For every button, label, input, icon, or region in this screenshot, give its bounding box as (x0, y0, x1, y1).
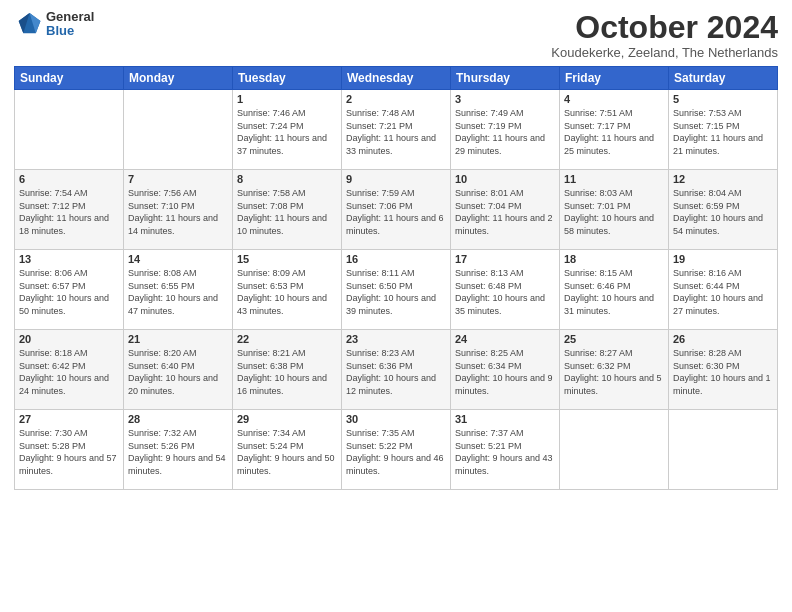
calendar-cell: 25Sunrise: 8:27 AM Sunset: 6:32 PM Dayli… (560, 330, 669, 410)
col-friday: Friday (560, 67, 669, 90)
calendar-cell: 7Sunrise: 7:56 AM Sunset: 7:10 PM Daylig… (124, 170, 233, 250)
logo: General Blue (14, 10, 94, 39)
calendar-cell: 29Sunrise: 7:34 AM Sunset: 5:24 PM Dayli… (233, 410, 342, 490)
day-number: 9 (346, 173, 446, 185)
calendar-cell: 8Sunrise: 7:58 AM Sunset: 7:08 PM Daylig… (233, 170, 342, 250)
day-number: 11 (564, 173, 664, 185)
day-info: Sunrise: 7:35 AM Sunset: 5:22 PM Dayligh… (346, 427, 446, 477)
day-number: 13 (19, 253, 119, 265)
calendar-cell: 27Sunrise: 7:30 AM Sunset: 5:28 PM Dayli… (15, 410, 124, 490)
week-row-4: 20Sunrise: 8:18 AM Sunset: 6:42 PM Dayli… (15, 330, 778, 410)
calendar-cell: 22Sunrise: 8:21 AM Sunset: 6:38 PM Dayli… (233, 330, 342, 410)
day-info: Sunrise: 8:15 AM Sunset: 6:46 PM Dayligh… (564, 267, 664, 317)
day-number: 20 (19, 333, 119, 345)
calendar-cell: 20Sunrise: 8:18 AM Sunset: 6:42 PM Dayli… (15, 330, 124, 410)
calendar-cell: 12Sunrise: 8:04 AM Sunset: 6:59 PM Dayli… (669, 170, 778, 250)
day-number: 30 (346, 413, 446, 425)
col-sunday: Sunday (15, 67, 124, 90)
day-number: 19 (673, 253, 773, 265)
day-info: Sunrise: 8:23 AM Sunset: 6:36 PM Dayligh… (346, 347, 446, 397)
day-info: Sunrise: 8:09 AM Sunset: 6:53 PM Dayligh… (237, 267, 337, 317)
day-number: 26 (673, 333, 773, 345)
page-header: General Blue October 2024 Koudekerke, Ze… (14, 10, 778, 60)
day-info: Sunrise: 8:28 AM Sunset: 6:30 PM Dayligh… (673, 347, 773, 397)
day-info: Sunrise: 7:54 AM Sunset: 7:12 PM Dayligh… (19, 187, 119, 237)
logo-blue: Blue (46, 24, 94, 38)
col-saturday: Saturday (669, 67, 778, 90)
day-number: 2 (346, 93, 446, 105)
calendar-cell: 21Sunrise: 8:20 AM Sunset: 6:40 PM Dayli… (124, 330, 233, 410)
calendar-cell: 24Sunrise: 8:25 AM Sunset: 6:34 PM Dayli… (451, 330, 560, 410)
day-info: Sunrise: 8:18 AM Sunset: 6:42 PM Dayligh… (19, 347, 119, 397)
calendar-cell: 15Sunrise: 8:09 AM Sunset: 6:53 PM Dayli… (233, 250, 342, 330)
day-info: Sunrise: 8:01 AM Sunset: 7:04 PM Dayligh… (455, 187, 555, 237)
calendar-page: General Blue October 2024 Koudekerke, Ze… (0, 0, 792, 612)
day-number: 4 (564, 93, 664, 105)
calendar-cell: 14Sunrise: 8:08 AM Sunset: 6:55 PM Dayli… (124, 250, 233, 330)
day-info: Sunrise: 7:32 AM Sunset: 5:26 PM Dayligh… (128, 427, 228, 477)
week-row-5: 27Sunrise: 7:30 AM Sunset: 5:28 PM Dayli… (15, 410, 778, 490)
calendar-cell: 23Sunrise: 8:23 AM Sunset: 6:36 PM Dayli… (342, 330, 451, 410)
day-number: 15 (237, 253, 337, 265)
calendar-cell (124, 90, 233, 170)
day-number: 27 (19, 413, 119, 425)
calendar-cell: 16Sunrise: 8:11 AM Sunset: 6:50 PM Dayli… (342, 250, 451, 330)
calendar-cell: 4Sunrise: 7:51 AM Sunset: 7:17 PM Daylig… (560, 90, 669, 170)
day-number: 10 (455, 173, 555, 185)
day-info: Sunrise: 7:34 AM Sunset: 5:24 PM Dayligh… (237, 427, 337, 477)
day-number: 16 (346, 253, 446, 265)
calendar-cell: 5Sunrise: 7:53 AM Sunset: 7:15 PM Daylig… (669, 90, 778, 170)
day-info: Sunrise: 8:25 AM Sunset: 6:34 PM Dayligh… (455, 347, 555, 397)
day-info: Sunrise: 8:11 AM Sunset: 6:50 PM Dayligh… (346, 267, 446, 317)
calendar-cell: 3Sunrise: 7:49 AM Sunset: 7:19 PM Daylig… (451, 90, 560, 170)
calendar-cell: 26Sunrise: 8:28 AM Sunset: 6:30 PM Dayli… (669, 330, 778, 410)
calendar-table: Sunday Monday Tuesday Wednesday Thursday… (14, 66, 778, 490)
day-info: Sunrise: 7:37 AM Sunset: 5:21 PM Dayligh… (455, 427, 555, 477)
header-row: Sunday Monday Tuesday Wednesday Thursday… (15, 67, 778, 90)
day-number: 17 (455, 253, 555, 265)
day-number: 5 (673, 93, 773, 105)
col-wednesday: Wednesday (342, 67, 451, 90)
calendar-cell: 11Sunrise: 8:03 AM Sunset: 7:01 PM Dayli… (560, 170, 669, 250)
calendar-cell: 2Sunrise: 7:48 AM Sunset: 7:21 PM Daylig… (342, 90, 451, 170)
week-row-2: 6Sunrise: 7:54 AM Sunset: 7:12 PM Daylig… (15, 170, 778, 250)
day-number: 22 (237, 333, 337, 345)
col-thursday: Thursday (451, 67, 560, 90)
day-number: 25 (564, 333, 664, 345)
day-number: 21 (128, 333, 228, 345)
week-row-1: 1Sunrise: 7:46 AM Sunset: 7:24 PM Daylig… (15, 90, 778, 170)
day-info: Sunrise: 8:06 AM Sunset: 6:57 PM Dayligh… (19, 267, 119, 317)
logo-icon (14, 10, 42, 38)
day-number: 28 (128, 413, 228, 425)
day-number: 3 (455, 93, 555, 105)
day-number: 14 (128, 253, 228, 265)
day-number: 18 (564, 253, 664, 265)
day-info: Sunrise: 7:30 AM Sunset: 5:28 PM Dayligh… (19, 427, 119, 477)
day-info: Sunrise: 8:16 AM Sunset: 6:44 PM Dayligh… (673, 267, 773, 317)
day-number: 23 (346, 333, 446, 345)
col-monday: Monday (124, 67, 233, 90)
calendar-cell: 31Sunrise: 7:37 AM Sunset: 5:21 PM Dayli… (451, 410, 560, 490)
day-number: 31 (455, 413, 555, 425)
day-number: 6 (19, 173, 119, 185)
month-title: October 2024 (551, 10, 778, 45)
day-info: Sunrise: 7:58 AM Sunset: 7:08 PM Dayligh… (237, 187, 337, 237)
calendar-cell (669, 410, 778, 490)
calendar-cell: 18Sunrise: 8:15 AM Sunset: 6:46 PM Dayli… (560, 250, 669, 330)
calendar-cell: 17Sunrise: 8:13 AM Sunset: 6:48 PM Dayli… (451, 250, 560, 330)
day-number: 8 (237, 173, 337, 185)
calendar-cell: 13Sunrise: 8:06 AM Sunset: 6:57 PM Dayli… (15, 250, 124, 330)
col-tuesday: Tuesday (233, 67, 342, 90)
title-section: October 2024 Koudekerke, Zeeland, The Ne… (551, 10, 778, 60)
logo-general: General (46, 10, 94, 24)
day-info: Sunrise: 7:51 AM Sunset: 7:17 PM Dayligh… (564, 107, 664, 157)
day-info: Sunrise: 7:48 AM Sunset: 7:21 PM Dayligh… (346, 107, 446, 157)
day-info: Sunrise: 7:53 AM Sunset: 7:15 PM Dayligh… (673, 107, 773, 157)
day-info: Sunrise: 8:13 AM Sunset: 6:48 PM Dayligh… (455, 267, 555, 317)
day-info: Sunrise: 7:49 AM Sunset: 7:19 PM Dayligh… (455, 107, 555, 157)
day-info: Sunrise: 8:21 AM Sunset: 6:38 PM Dayligh… (237, 347, 337, 397)
day-info: Sunrise: 7:46 AM Sunset: 7:24 PM Dayligh… (237, 107, 337, 157)
day-number: 12 (673, 173, 773, 185)
calendar-cell: 6Sunrise: 7:54 AM Sunset: 7:12 PM Daylig… (15, 170, 124, 250)
day-info: Sunrise: 8:03 AM Sunset: 7:01 PM Dayligh… (564, 187, 664, 237)
